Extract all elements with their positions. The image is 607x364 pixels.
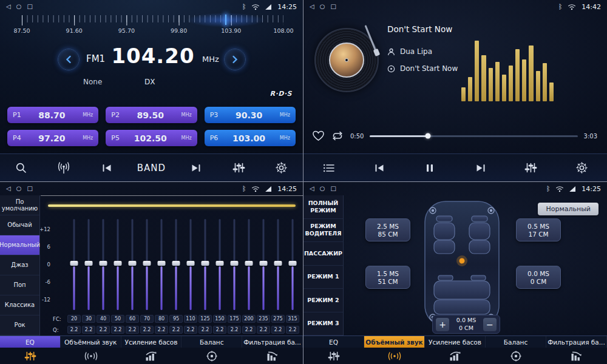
eq-preset-normal[interactable]: Нормальный	[0, 235, 39, 255]
decrease-delay-button[interactable]: −	[483, 318, 497, 331]
eq-band-slider[interactable]	[110, 219, 125, 310]
tab-surround[interactable]: Объёмный звук	[61, 336, 121, 348]
eq-shortcut-button[interactable]	[519, 154, 543, 181]
preset-p1[interactable]: P1 88.70 MHz	[7, 107, 98, 123]
settings-button[interactable]	[270, 154, 294, 181]
band-handle[interactable]	[114, 261, 122, 266]
stations-scan-button[interactable]	[52, 154, 76, 181]
eq-preset-custom[interactable]: Обычай	[0, 215, 39, 235]
home-nav-icon[interactable]: ○	[320, 186, 325, 192]
home-nav-icon[interactable]: ○	[16, 186, 22, 192]
eq-tab-icon[interactable]	[304, 348, 364, 364]
band-handle[interactable]	[245, 261, 253, 266]
favorite-icon[interactable]	[312, 130, 325, 141]
recents-nav-icon[interactable]: □	[27, 186, 32, 192]
mode-2[interactable]: РЕЖИМ 2	[304, 289, 343, 312]
master-level-slider[interactable]	[48, 204, 296, 207]
next-track-button[interactable]	[469, 154, 493, 181]
tab-filter[interactable]: Фильтрация ба...	[242, 336, 303, 348]
band-handle[interactable]	[216, 261, 224, 266]
tab-eq[interactable]: EQ	[0, 336, 61, 348]
tune-down-button[interactable]	[58, 49, 80, 70]
eq-band-slider[interactable]	[271, 219, 285, 310]
recents-nav-icon[interactable]: □	[330, 186, 336, 192]
tab-balance[interactable]: Баланс	[486, 336, 546, 348]
eq-band-slider[interactable]	[140, 219, 154, 310]
mode-3[interactable]: РЕЖИМ 3	[304, 312, 343, 336]
delay-front-right[interactable]: 0.5 MS 17 CM	[516, 218, 561, 241]
home-nav-icon[interactable]: ○	[16, 4, 22, 10]
band-handle[interactable]	[129, 261, 137, 266]
mode-driver[interactable]: РЕЖИМ ВОДИТЕЛЯ	[304, 219, 343, 243]
eq-band-slider[interactable]	[169, 219, 183, 310]
frequency-ruler[interactable]: 87.50 91.60 95.70 99.80 103.90 108.00	[22, 15, 283, 38]
band-handle[interactable]	[85, 261, 93, 266]
tune-up-button[interactable]	[224, 49, 246, 70]
repeat-icon[interactable]	[331, 131, 344, 141]
pause-button[interactable]	[418, 154, 442, 181]
eq-preset-rock[interactable]: Рок	[0, 315, 39, 335]
bass-boost-tab-icon[interactable]	[121, 348, 182, 364]
eq-preset-default[interactable]: По умолчанию	[0, 195, 39, 215]
band-handle[interactable]	[202, 261, 209, 266]
band-handle[interactable]	[289, 261, 297, 266]
eq-band-slider[interactable]	[285, 219, 300, 310]
eq-band-slider[interactable]	[212, 219, 227, 310]
eq-tab-icon[interactable]	[0, 348, 61, 364]
band-handle[interactable]	[100, 261, 107, 266]
progress-slider[interactable]	[370, 135, 577, 137]
preset-p5[interactable]: P5 102.50 MHz	[106, 130, 197, 146]
prev-track-button[interactable]	[367, 154, 392, 181]
delay-front-left[interactable]: 2.5 MS 85 CM	[365, 218, 410, 241]
delay-rear-right[interactable]: 0.0 MS 0 CM	[516, 266, 561, 289]
eq-band-slider[interactable]	[242, 219, 256, 310]
band-handle[interactable]	[70, 261, 78, 266]
recents-nav-icon[interactable]: □	[330, 4, 336, 10]
preset-p3[interactable]: P3 90.30 MHz	[205, 107, 296, 123]
eq-band-slider[interactable]	[81, 219, 96, 310]
eq-band-slider[interactable]	[154, 219, 169, 310]
filter-tab-icon[interactable]	[242, 348, 303, 364]
band-handle[interactable]	[187, 261, 195, 266]
band-handle[interactable]	[158, 261, 166, 266]
preset-p4[interactable]: P4 97.20 MHz	[7, 130, 98, 146]
eq-preset-jazz[interactable]: Джаз	[0, 255, 39, 275]
eq-band-slider[interactable]	[96, 219, 110, 310]
band-handle[interactable]	[260, 261, 268, 266]
tab-eq[interactable]: EQ	[304, 336, 364, 348]
progress-knob[interactable]	[426, 133, 431, 139]
balance-tab-icon[interactable]	[486, 348, 546, 364]
band-handle[interactable]	[274, 261, 282, 266]
back-nav-icon[interactable]: ◁	[310, 4, 314, 10]
bass-boost-tab-icon[interactable]	[425, 348, 486, 364]
preset-p2[interactable]: P2 89.50 MHz	[106, 107, 197, 123]
delay-rear-left[interactable]: 1.5 MS 51 CM	[365, 266, 410, 289]
eq-shortcut-button[interactable]	[227, 154, 251, 181]
profile-button[interactable]: Нормальный	[538, 203, 599, 215]
eq-band-slider[interactable]	[67, 219, 81, 310]
home-nav-icon[interactable]: ○	[320, 4, 325, 10]
surround-tab-icon[interactable]	[61, 348, 121, 364]
tab-surround[interactable]: Объёмный звук	[364, 336, 425, 348]
surround-tab-icon[interactable]	[364, 348, 425, 364]
back-nav-icon[interactable]: ◁	[6, 186, 11, 192]
settings-button[interactable]	[569, 154, 594, 181]
mode-full[interactable]: ПОЛНЫЙ РЕЖИМ	[304, 195, 343, 219]
mode-1[interactable]: РЕЖИМ 1	[304, 266, 343, 289]
tab-bass-boost[interactable]: Усиление басов	[121, 336, 182, 348]
search-button[interactable]	[9, 154, 33, 181]
filter-tab-icon[interactable]	[546, 348, 607, 364]
eq-preset-pop[interactable]: Поп	[0, 275, 39, 295]
band-handle[interactable]	[172, 261, 180, 266]
next-station-button[interactable]	[184, 154, 208, 181]
recents-nav-icon[interactable]: □	[27, 4, 32, 10]
eq-band-slider[interactable]	[183, 219, 198, 310]
eq-band-slider[interactable]	[125, 219, 140, 310]
playlist-button[interactable]	[317, 154, 341, 181]
mode-passenger[interactable]: ПАССАЖИР	[304, 242, 343, 266]
band-handle[interactable]	[231, 261, 239, 266]
prev-station-button[interactable]	[95, 154, 119, 181]
increase-delay-button[interactable]: +	[436, 318, 449, 331]
band-handle[interactable]	[143, 261, 151, 266]
preset-p6[interactable]: P6 103.00 MHz	[205, 130, 296, 146]
